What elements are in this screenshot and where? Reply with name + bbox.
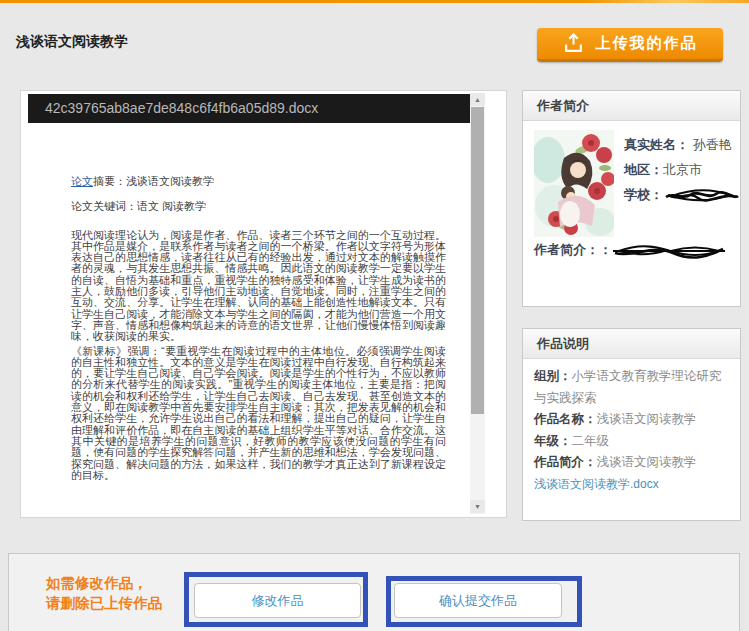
modify-work-button[interactable]: 修改作品 bbox=[194, 583, 361, 618]
work-name-row: 作品名称：浅谈语文阅读教学 bbox=[534, 409, 729, 431]
author-profile-panel: 作者简介 真实姓名： 孙香艳 bbox=[522, 90, 741, 307]
document-text: 论文摘要：浅谈语文阅读教学 论文关键词：语文 阅读教学 现代阅读理论认为，阅读是… bbox=[71, 176, 446, 484]
work-info-fields: 组别：小学语文教育教学理论研究与实践探索 作品名称：浅谈语文阅读教学 年级：二年… bbox=[523, 359, 740, 495]
confirm-submit-button[interactable]: 确认提交作品 bbox=[394, 583, 562, 618]
author-bio-row: 作者简介：： bbox=[534, 241, 725, 260]
work-panel-header: 作品说明 bbox=[523, 329, 740, 359]
document-filename-bar: 42c39765ab8ae7de848c6f4fb6a05d89.docx bbox=[28, 94, 471, 123]
redaction-scribble bbox=[664, 188, 740, 204]
paper-abstract-line: 论文摘要：浅谈语文阅读教学 bbox=[71, 176, 446, 187]
author-avatar bbox=[534, 130, 614, 237]
author-info-fields: 真实姓名： 孙香艳 地区：北京市 学校： bbox=[624, 132, 740, 207]
modify-notice: 如需修改作品， 请删除已上传作品 bbox=[46, 573, 162, 613]
document-preview-panel: 42c39765ab8ae7de848c6f4fb6a05d89.docx 论文… bbox=[20, 90, 507, 518]
paper-paragraph-2: 《新课标》强调：“要重视学生在阅读过程中的主体地位。必须强调学生阅读的自主性和独… bbox=[71, 346, 446, 482]
upload-button-label: 上传我的作品 bbox=[596, 34, 698, 53]
action-panel: 如需修改作品， 请删除已上传作品 修改作品 确认提交作品 bbox=[8, 553, 740, 631]
scroll-up-icon[interactable]: ▲ bbox=[470, 93, 485, 106]
work-description-panel: 作品说明 组别：小学语文教育教学理论研究与实践探索 作品名称：浅谈语文阅读教学 … bbox=[522, 328, 741, 521]
redaction-scribble bbox=[613, 242, 725, 260]
author-panel-header: 作者简介 bbox=[523, 91, 740, 121]
page-title: 浅谈语文阅读教学 bbox=[16, 33, 128, 51]
upload-work-button[interactable]: 上传我的作品 bbox=[537, 28, 723, 62]
real-name-row: 真实姓名： 孙香艳 bbox=[624, 132, 740, 157]
paper-keywords-line: 论文关键词：语文 阅读教学 bbox=[71, 201, 446, 212]
grade-row: 年级：二年级 bbox=[534, 431, 729, 453]
region-row: 地区：北京市 bbox=[624, 157, 740, 182]
work-intro-row: 作品简介：浅谈语文阅读教学 bbox=[534, 452, 729, 474]
scroll-down-icon[interactable]: ▼ bbox=[470, 500, 485, 513]
work-file-row: 浅谈语文阅读教学.docx bbox=[534, 474, 729, 496]
paper-link[interactable]: 论文 bbox=[71, 175, 93, 187]
top-accent-strip bbox=[0, 0, 749, 3]
paper-paragraph-1: 现代阅读理论认为，阅读是作者、作品、读者三个环节之间的一个互动过程。其中作品是媒… bbox=[71, 230, 446, 343]
upload-icon bbox=[563, 33, 584, 54]
work-file-link[interactable]: 浅谈语文阅读教学.docx bbox=[534, 477, 659, 491]
group-row: 组别：小学语文教育教学理论研究与实践探索 bbox=[534, 366, 729, 409]
scrollbar-thumb[interactable] bbox=[471, 107, 484, 414]
document-scrollbar[interactable]: ▲ ▼ bbox=[470, 93, 485, 514]
school-row: 学校： bbox=[624, 182, 740, 207]
